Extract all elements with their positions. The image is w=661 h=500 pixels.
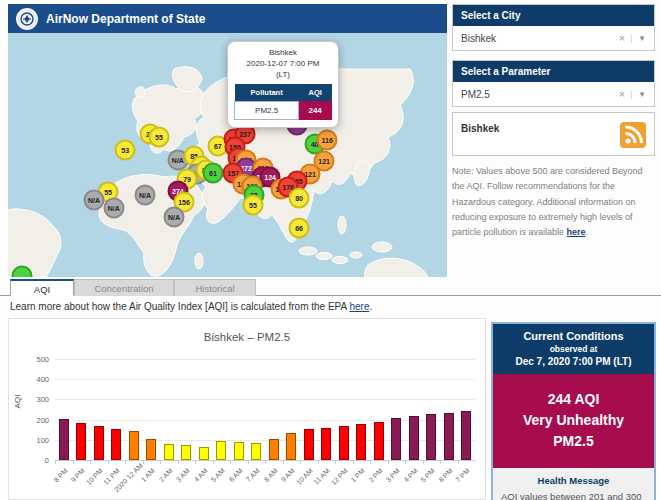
map-marker[interactable]: 55 bbox=[242, 195, 263, 216]
aqi-bar[interactable] bbox=[234, 442, 244, 460]
map-marker[interactable]: N/A bbox=[134, 185, 155, 206]
aqi-bar[interactable] bbox=[269, 439, 279, 460]
aqi-bar[interactable] bbox=[444, 413, 454, 460]
city-clear-icon[interactable]: × bbox=[613, 32, 631, 44]
health-message-text: AQI values between 201 and 300 trigger a… bbox=[501, 490, 646, 500]
aqi-bar-chart: Bishkek – PM2.5 AQI 0100200300400500 8 P… bbox=[8, 318, 486, 500]
aqi-bar[interactable] bbox=[216, 441, 226, 460]
map-marker[interactable]: 66 bbox=[289, 217, 310, 238]
chart-x-tick-mark bbox=[300, 460, 301, 464]
note-text: Note: Values above 500 are considered Be… bbox=[452, 166, 642, 237]
aqi-bar[interactable] bbox=[304, 429, 314, 460]
chart-x-tick-mark bbox=[178, 460, 179, 464]
parameter-select-panel: Select a Parameter PM2.5 × ▼ bbox=[452, 60, 655, 107]
aqi-bar[interactable] bbox=[199, 447, 209, 460]
map-marker[interactable]: N/A bbox=[103, 197, 124, 218]
current-conditions-panel: Current Conditions observed at Dec 7, 20… bbox=[491, 322, 656, 500]
aqi-bar[interactable] bbox=[146, 439, 156, 460]
current-aqi-value: 244 AQI bbox=[499, 389, 648, 410]
current-conditions-header: Current Conditions observed at Dec 7, 20… bbox=[493, 324, 654, 374]
chart-x-tick-mark bbox=[335, 460, 336, 464]
chart-y-tick-label: 200 bbox=[21, 415, 49, 424]
city-select-value: Bishkek bbox=[461, 33, 613, 44]
chart-x-tick-mark bbox=[388, 460, 389, 464]
chart-x-tick-mark bbox=[195, 460, 196, 464]
city-select-panel: Select a City Bishkek × ▼ bbox=[452, 4, 655, 51]
aqi-bar[interactable] bbox=[339, 426, 349, 460]
aqi-bar[interactable] bbox=[391, 418, 401, 460]
rss-feed-city-label: Bishkek bbox=[461, 123, 499, 134]
current-conditions-title: Current Conditions bbox=[497, 330, 650, 342]
tab-concentration[interactable]: Concentration bbox=[74, 279, 174, 296]
map-marker[interactable]: 80 bbox=[289, 187, 310, 208]
map-marker[interactable]: 116 bbox=[317, 130, 338, 151]
popup-aqi-table: Pollutant AQI PM2.5 244 bbox=[234, 84, 332, 120]
map-popup[interactable]: Bishkek 2020-12-07 7:00 PM (LT) Pollutan… bbox=[227, 41, 339, 128]
chart-x-tick-mark bbox=[230, 460, 231, 464]
aqi-bar[interactable] bbox=[426, 414, 436, 460]
tab-historical[interactable]: Historical bbox=[174, 279, 256, 296]
aqi-bar[interactable] bbox=[461, 411, 471, 460]
popup-pollutant-value: PM2.5 bbox=[235, 102, 299, 120]
parameter-caret-icon[interactable]: ▼ bbox=[631, 90, 646, 99]
chart-x-tick-mark bbox=[90, 460, 91, 464]
chart-x-tick-mark bbox=[265, 460, 266, 464]
city-select[interactable]: Bishkek × ▼ bbox=[453, 26, 654, 50]
aqi-bar[interactable] bbox=[76, 423, 86, 460]
aqi-bar[interactable] bbox=[94, 426, 104, 460]
parameter-select[interactable]: PM2.5 × ▼ bbox=[453, 82, 654, 106]
aqi-bar[interactable] bbox=[164, 444, 174, 460]
chart-x-tick-mark bbox=[423, 460, 424, 464]
city-caret-icon[interactable]: ▼ bbox=[631, 34, 646, 43]
tab-aqi[interactable]: AQI bbox=[10, 279, 74, 296]
map-marker[interactable]: 55 bbox=[149, 126, 170, 147]
aqi-bar[interactable] bbox=[409, 416, 419, 460]
aqi-bar[interactable] bbox=[356, 424, 366, 460]
popup-pollutant-header: Pollutant bbox=[235, 84, 299, 102]
aqi-bar[interactable] bbox=[129, 431, 139, 460]
rss-feed-box: Bishkek bbox=[452, 112, 655, 156]
tab-bar: AQI Concentration Historical bbox=[10, 279, 256, 296]
popup-datetime: 2020-12-07 7:00 PM bbox=[234, 59, 332, 70]
chart-y-tick-label: 400 bbox=[21, 375, 49, 384]
chart-x-tick-mark bbox=[213, 460, 214, 464]
popup-aqi-value: 244 bbox=[299, 102, 332, 120]
note-suffix: . bbox=[586, 227, 589, 237]
health-message-block: Health Message AQI values between 201 an… bbox=[493, 468, 654, 500]
chart-gridline bbox=[55, 399, 475, 400]
chart-y-tick-label: 100 bbox=[21, 435, 49, 444]
observed-at-label: observed at bbox=[497, 344, 650, 354]
map-marker[interactable]: 53 bbox=[115, 140, 136, 161]
world-aqi-map[interactable]: 53265567N/A8584N/A89617927415655N/AN/AN/… bbox=[8, 33, 447, 277]
aqi-bar[interactable] bbox=[111, 429, 121, 460]
map-marker[interactable]: N/A bbox=[163, 206, 184, 227]
chart-x-tick-mark bbox=[143, 460, 144, 464]
learn-more-here-link[interactable]: here bbox=[349, 301, 369, 312]
map-marker[interactable]: N/A bbox=[84, 189, 105, 210]
aqi-bar[interactable] bbox=[251, 443, 261, 460]
aqi-bar[interactable] bbox=[321, 428, 331, 460]
parameter-clear-icon[interactable]: × bbox=[613, 88, 631, 100]
chart-y-tick-label: 500 bbox=[21, 355, 49, 364]
chart-y-tick-label: 0 bbox=[21, 456, 49, 465]
note-here-link[interactable]: here bbox=[567, 227, 586, 237]
aqi-note: Note: Values above 500 are considered Be… bbox=[452, 164, 655, 240]
chart-x-tick-mark bbox=[353, 460, 354, 464]
chart-gridline bbox=[55, 379, 475, 380]
current-aqi-category: Very Unhealthy bbox=[499, 410, 648, 431]
chart-x-tick-mark bbox=[248, 460, 249, 464]
current-aqi-parameter: PM2.5 bbox=[499, 431, 648, 452]
app-title: AirNow Department of State bbox=[46, 12, 205, 26]
parameter-panel-title: Select a Parameter bbox=[453, 61, 654, 82]
aqi-bar[interactable] bbox=[181, 445, 191, 460]
chart-x-tick-mark bbox=[73, 460, 74, 464]
popup-timezone: (LT) bbox=[234, 70, 332, 81]
map-marker[interactable]: 61 bbox=[203, 163, 224, 184]
observed-datetime: Dec 7, 2020 7:00 PM (LT) bbox=[497, 356, 650, 367]
aqi-bar[interactable] bbox=[59, 419, 69, 460]
rss-icon[interactable] bbox=[620, 122, 646, 148]
aqi-bar[interactable] bbox=[374, 422, 384, 460]
chart-title: Bishkek – PM2.5 bbox=[9, 331, 485, 343]
aqi-bar[interactable] bbox=[286, 433, 296, 460]
learn-more-suffix: . bbox=[369, 301, 372, 312]
